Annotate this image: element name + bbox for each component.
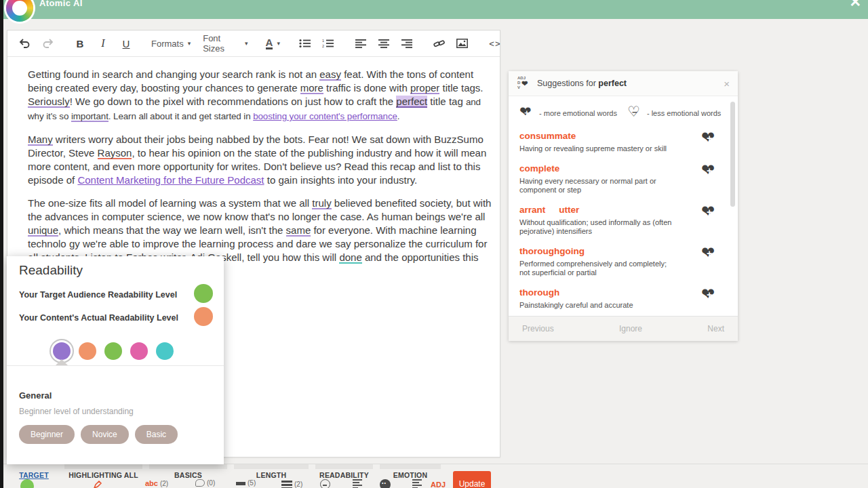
text-segment: easy [319, 68, 341, 81]
suggestion-item: thoroughPainstakingly careful and accura… [519, 286, 697, 310]
editor-toolbar: B I U Formats ▾ Font Sizes ▾ A ▾ 12 [7, 30, 500, 57]
readability-level-dot[interactable] [130, 342, 148, 360]
general-subtitle: Beginner level of understanding [19, 407, 212, 416]
scrollbar-thumb[interactable] [730, 102, 735, 207]
image-button[interactable] [451, 34, 474, 53]
suggestion-item: arrantutterWithout qualification; used i… [519, 203, 697, 236]
tab-label[interactable]: HIGHLIGHTING ALL [61, 471, 146, 479]
emotion-legend: ❤+ - more emotional words ♡− - less emot… [519, 106, 738, 121]
suggestions-panel: ADJ D V ❤ Suggestions for perfect × ❤+ -… [509, 71, 738, 341]
suggestions-title: Suggestions for perfect [537, 79, 627, 88]
text-segment: Getting found in search and changing you… [28, 68, 319, 80]
suggestion-word[interactable]: complete [519, 163, 559, 174]
suggestion-description: Without qualification; used informally a… [519, 218, 679, 236]
editor-content[interactable]: Getting found in search and changing you… [7, 57, 511, 278]
bars-icon [281, 481, 292, 488]
add-emotional-word-button[interactable]: ❤+ [701, 205, 719, 221]
length-short-indicator[interactable]: (5) [236, 479, 256, 487]
italic-button[interactable]: I [92, 34, 115, 53]
readability-pill[interactable]: Basic [135, 425, 178, 444]
tab-top-strip [234, 464, 309, 469]
font-sizes-dropdown[interactable]: Font Sizes ▾ [199, 33, 252, 54]
part-of-speech-heart-icon: ADJ D V ❤ [517, 76, 532, 91]
ignore-button[interactable]: Ignore [619, 324, 642, 333]
suggestion-word[interactable]: consummate [519, 131, 576, 141]
readability-doc-icon[interactable] [353, 479, 362, 488]
text-segment: proper [410, 82, 439, 94]
align-right-button[interactable] [395, 34, 418, 53]
suggestion-description: Performed comprehensively and completely… [519, 260, 679, 277]
paragraph[interactable]: Many writers worry about their jobs bein… [28, 133, 499, 187]
chevron-down-icon: ▾ [188, 40, 191, 47]
suggestion-word[interactable]: thoroughgoing [519, 246, 585, 256]
tab-highlighting-all[interactable]: HIGHLIGHTING ALL [61, 464, 146, 488]
next-button[interactable]: Next [707, 324, 724, 333]
target-readability-label: Your Target Audience Readability Level [19, 290, 177, 300]
emotion-face-icon[interactable] [380, 479, 391, 488]
legend-more-label: - more emotional words [539, 109, 617, 117]
content-link[interactable]: Content Marketing for the Future Podcast [77, 174, 264, 186]
readability-title: Readability [19, 263, 83, 278]
highlighter-icon[interactable] [92, 479, 103, 488]
suggestion-description: Having every necessary or normal part or… [519, 177, 679, 195]
readability-level-dot[interactable] [53, 342, 71, 360]
tab-top-strip [315, 464, 373, 469]
target-readability-dot [194, 284, 213, 303]
suggestion-word[interactable]: utter [559, 205, 579, 215]
tab-top-strip [380, 464, 441, 469]
emotion-doc-icon[interactable] [412, 479, 422, 488]
bold-button[interactable]: B [68, 34, 92, 53]
align-left-button[interactable] [349, 34, 372, 53]
chevron-down-icon: ▾ [277, 40, 280, 47]
add-emotional-word-button[interactable]: ❤+ [701, 287, 719, 304]
tab-target[interactable]: TARGET [7, 464, 61, 488]
suggestion-word[interactable]: thorough [519, 287, 559, 298]
readability-pill[interactable]: Novice [81, 425, 129, 444]
add-emotional-word-button[interactable]: ❤+ [701, 246, 719, 262]
readability-level-dot[interactable] [156, 342, 174, 360]
bullet-list-button[interactable] [294, 34, 317, 53]
svg-text:2: 2 [322, 44, 324, 48]
readability-face-icon[interactable] [320, 479, 330, 488]
suggestion-word[interactable]: arrant [519, 205, 545, 215]
whistle-indicator[interactable]: (0) [195, 479, 215, 487]
actual-readability-dot [194, 307, 213, 326]
chevron-down-icon: ▾ [245, 40, 248, 47]
numbered-list-button[interactable]: 12 [317, 34, 340, 53]
readability-general-section: General Beginner level of understanding … [7, 365, 224, 464]
underline-button[interactable]: U [115, 34, 138, 53]
tab-label[interactable]: BASICS [146, 471, 231, 479]
formats-dropdown[interactable]: Formats ▾ [147, 39, 195, 49]
tab-label[interactable]: LENGTH [231, 471, 312, 479]
suggestion-description: Painstakingly careful and accurate [519, 301, 679, 310]
adj-indicator[interactable]: ADJ [431, 481, 446, 488]
app-title: Atomic AI [39, 0, 83, 8]
tab-label[interactable]: EMOTION [376, 471, 444, 479]
spelling-indicator[interactable]: abc (2) [145, 479, 168, 487]
source-code-button[interactable]: <> [484, 34, 507, 53]
previous-button[interactable]: Previous [522, 324, 554, 333]
text-segment: unique [28, 224, 58, 237]
readability-level-dot[interactable] [104, 342, 122, 360]
align-center-button[interactable] [372, 34, 395, 53]
paragraph[interactable]: Getting found in search and changing you… [28, 68, 499, 123]
caret-up-icon [56, 359, 68, 365]
content-link[interactable]: boosting your content's performance [253, 111, 397, 121]
link-button[interactable] [428, 34, 451, 53]
add-emotional-word-button[interactable]: ❤+ [701, 163, 719, 180]
tab-label[interactable]: TARGET [7, 471, 61, 479]
add-emotional-word-button[interactable]: ❤+ [701, 131, 719, 147]
undo-button[interactable] [13, 34, 36, 53]
length-long-indicator[interactable]: (2) [281, 479, 302, 488]
tab-label[interactable]: READABILITY [312, 471, 376, 479]
text-segment: . [397, 111, 400, 121]
less-emotional-heart-icon: ♡− [627, 106, 644, 121]
readability-pill[interactable]: Beginner [19, 425, 75, 444]
update-button[interactable]: Update [453, 471, 491, 488]
font-color-button[interactable]: A ▾ [262, 38, 284, 49]
redo-button[interactable] [36, 34, 59, 53]
bar-icon [236, 482, 245, 485]
close-icon[interactable]: ✕ [849, 0, 861, 10]
close-icon[interactable]: × [724, 78, 730, 89]
readability-level-dot[interactable] [79, 342, 96, 360]
